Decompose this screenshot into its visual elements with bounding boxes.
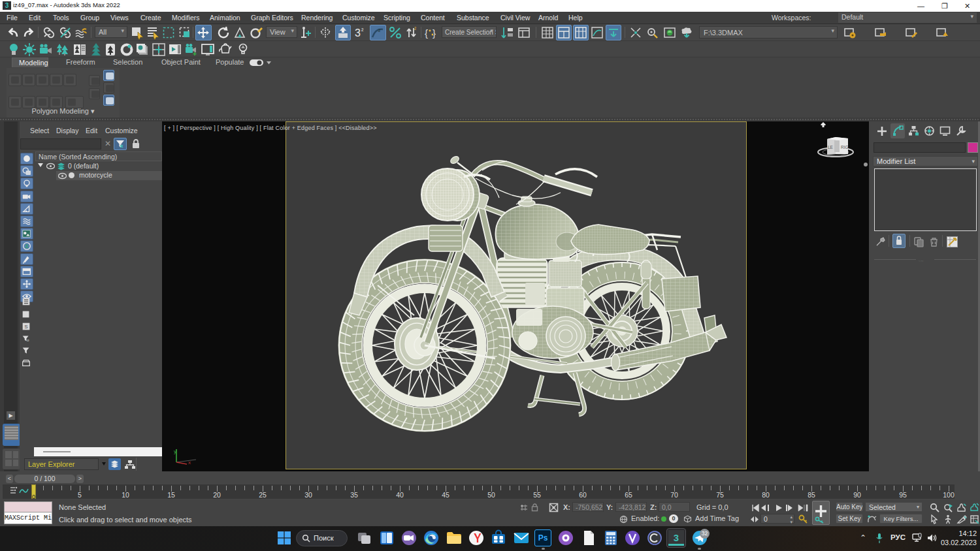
svg-text:o: o <box>27 338 29 342</box>
svg-text:}: } <box>433 27 436 39</box>
svg-text:x: x <box>188 460 191 465</box>
svg-text:²: ² <box>361 27 364 34</box>
svg-text:y: y <box>174 449 176 454</box>
svg-text:LE: LE <box>828 145 834 150</box>
svg-text:RIG: RIG <box>841 145 849 150</box>
svg-text:{: { <box>425 27 428 39</box>
svg-text:S: S <box>24 324 27 330</box>
svg-text:3: 3 <box>355 27 361 39</box>
svg-text:²: ² <box>414 26 416 33</box>
